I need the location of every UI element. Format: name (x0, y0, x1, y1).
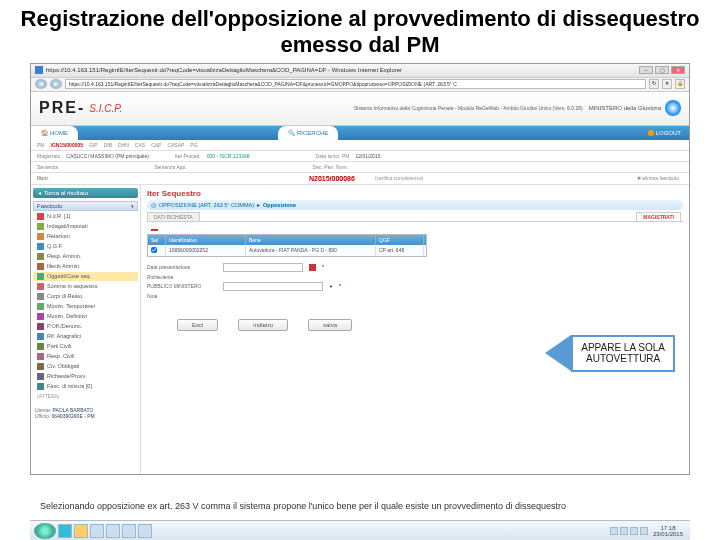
back-to-results-button[interactable]: Torna al risultato (33, 188, 138, 198)
case-number-strip: Illum. N2015/000086 (verifica completezz… (31, 173, 689, 185)
callout-box: APPARE LA SOLAAUTOVETTURA (571, 335, 675, 372)
sidebar-item-icon (37, 353, 44, 360)
start-button[interactable] (34, 523, 56, 539)
system-tray: 17:1823/01/2015 (610, 525, 686, 537)
brand-sicp: S.I.C.P. (89, 103, 122, 114)
dropdown-icon[interactable]: ▼ (329, 284, 333, 289)
sidebar-item-icon (37, 253, 44, 260)
sidebar-item[interactable]: Resp. Civili (33, 352, 138, 361)
content-panel: Iter Sequestro ◎ OPPOSIZIONE (ART. 263 5… (141, 185, 689, 475)
col-sel: Sel (148, 235, 166, 245)
sidebar-item[interactable]: Relazioni (33, 232, 138, 241)
window-buttons: – ▢ ✕ (639, 66, 685, 74)
sidebar-item[interactable]: Illeciti Ammin. (33, 262, 138, 271)
taskbar-app-icon[interactable] (90, 524, 104, 538)
sidebar-item-label: Resp. Ammin. (47, 253, 81, 259)
sidebar-item-icon (37, 283, 44, 290)
app-window: https://10.4.163.151/RegintIE/IterSeques… (30, 63, 690, 475)
beni-table: Sel Identificativo Bene QGF 106560000022… (147, 234, 427, 257)
sidebar-item[interactable]: P.Off./Denunc. (33, 322, 138, 331)
sidebar-item-label: Relazioni (47, 233, 70, 239)
label-data-pres: Data presentazione (147, 264, 217, 270)
taskbar-app-icon[interactable] (122, 524, 136, 538)
sidebar-item-icon (37, 243, 44, 250)
window-titlebar: https://10.4.163.151/RegintIE/IterSeques… (31, 64, 689, 78)
esci-button[interactable]: Esci (177, 319, 218, 331)
taskbar-clock[interactable]: 17:1823/01/2015 (650, 525, 686, 537)
sidebar-item[interactable]: Movim. Temporanei (33, 302, 138, 311)
tray-icon[interactable] (620, 527, 628, 535)
sidebar-item-icon (37, 273, 44, 280)
close-button[interactable]: ✕ (671, 66, 685, 74)
address-bar: ◄ ► https://10.4.163.151/RegintIE/IterSe… (31, 78, 689, 92)
ie-icon (35, 66, 43, 74)
sidebar-item-icon (37, 233, 44, 240)
sidebar-item-label: Richieste/Provv. (47, 373, 86, 379)
tray-icon[interactable] (640, 527, 648, 535)
sidebar-item[interactable]: Richieste/Provv. (33, 372, 138, 381)
main-area: Torna al risultato Fascicolo N.d.R. [1]I… (31, 185, 689, 475)
ministry-logo-icon (665, 100, 681, 116)
sidebar-item-label: Somme in sequestro (47, 283, 97, 289)
sidebar-item-label: Illeciti Ammin. (47, 263, 81, 269)
sidebar-item[interactable]: Indagati/Imputati (33, 222, 138, 231)
sidebar-item[interactable]: Oggetti/Cose seq. (33, 272, 138, 281)
sidebar-item[interactable]: Q.G.F. (33, 242, 138, 251)
iter-sequestro-title: Iter Sequestro (147, 189, 683, 198)
taskbar-explorer-icon[interactable] (74, 524, 88, 538)
tab-ricerche[interactable]: 🔍 RICERCHE (278, 126, 338, 140)
table-row[interactable]: 10656000002252 Autovettura - FIAT PANDA … (148, 245, 426, 256)
sidebar-item-label: Corpi di Reato (47, 293, 82, 299)
tab-magistrati[interactable]: MAGISTRATI (636, 212, 681, 221)
sidebar-item-icon (37, 263, 44, 270)
sidebar-item-label: Movim. Temporanei (47, 303, 95, 309)
sidebar-item[interactable]: Parti Civili (33, 342, 138, 351)
user-box: Utente: PAOLA BARBATO Ufficio: 064039029… (33, 405, 138, 421)
sidebar-item[interactable]: Resp. Ammin. (33, 252, 138, 261)
sidebar-item[interactable]: Somme in sequestro (33, 282, 138, 291)
callout-arrow-icon (545, 335, 571, 371)
tab-home[interactable]: 🏠 HOME (31, 126, 78, 140)
input-data-pres[interactable] (223, 263, 303, 272)
refresh-button[interactable]: ↻ (649, 79, 659, 89)
sidebar-item-icon (37, 303, 44, 310)
tray-icon[interactable] (630, 527, 638, 535)
url-field[interactable]: https://10.4.163.151/RegintIE/IterSeques… (65, 79, 646, 89)
delete-fascicolo-link[interactable]: ✖ elimina fascicolo (637, 175, 679, 181)
sidebar-item[interactable]: Corpi di Reato (33, 292, 138, 301)
nav-fwd-button[interactable]: ► (50, 79, 62, 89)
indietro-button[interactable]: indietro (238, 319, 288, 331)
logout-button[interactable]: LOGOUT (640, 130, 689, 136)
brand-bar: PRE- S.I.C.P. Sistema Informativo della … (31, 92, 689, 126)
nav-back-button[interactable]: ◄ (35, 79, 47, 89)
collapse-icon[interactable]: ▬ (151, 225, 679, 232)
select-pm[interactable] (223, 282, 323, 291)
tray-icon[interactable] (610, 527, 618, 535)
sidebar-item[interactable]: N.d.R. [1] (33, 212, 138, 221)
stop-button[interactable]: ✕ (662, 79, 672, 89)
sidebar-item[interactable]: Fasc. di misura [0] (33, 382, 138, 391)
taskbar-app-icon[interactable] (106, 524, 120, 538)
sidebar-item[interactable]: Civ. Obbligati (33, 362, 138, 371)
calendar-icon[interactable] (309, 264, 316, 271)
label-note: Note (147, 293, 217, 299)
sidebar-fascicolo-header[interactable]: Fascicolo (33, 201, 138, 211)
ministry-label: MINISTERO della Giustizia (589, 105, 661, 111)
sidebar-item[interactable]: Rif. Anagrafici (33, 332, 138, 341)
sidebar-item[interactable]: Movim. Definitivi (33, 312, 138, 321)
sidebar-item-icon (37, 323, 44, 330)
slide-title: Registrazione dell'opposizione al provve… (0, 0, 720, 63)
verify-link[interactable]: (verifica completezza) (375, 175, 424, 181)
row-checkbox[interactable] (151, 247, 157, 253)
lock-icon: 🔒 (675, 79, 685, 89)
taskbar-app-icon[interactable] (138, 524, 152, 538)
minimize-button[interactable]: – (639, 66, 653, 74)
button-row: Esci indietro salva (177, 319, 683, 331)
maximize-button[interactable]: ▢ (655, 66, 669, 74)
sidebar-item-label: Resp. Civili (47, 353, 75, 359)
tab-dati-richiesta[interactable]: DATI RICHIESTA (147, 212, 200, 221)
salva-button[interactable]: salva (308, 319, 352, 331)
sidebar-item-icon (37, 223, 44, 230)
case-info-strip: PMIGN15/000005 GIP DIB DHN CAS CAP CASAP… (31, 140, 689, 151)
taskbar-ie-icon[interactable] (58, 524, 72, 538)
